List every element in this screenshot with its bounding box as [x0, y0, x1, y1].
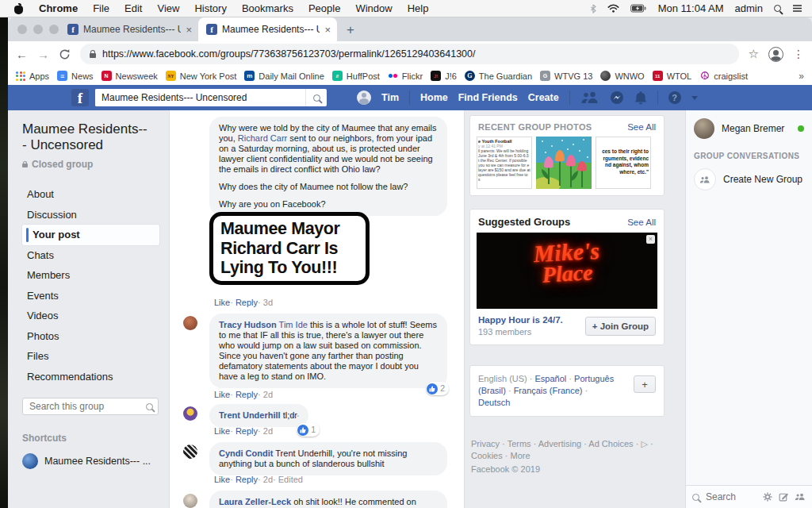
menubar-clock[interactable]: Mon 11:04 AM	[658, 2, 724, 14]
menubar-user[interactable]: admin	[735, 2, 763, 14]
add-language-button[interactable]: +	[634, 375, 656, 393]
group-photo-thumbnail-tulips[interactable]	[536, 137, 592, 189]
contacts-people-icon[interactable]	[795, 493, 806, 501]
contact-row[interactable]: Megan Bremer	[686, 110, 812, 139]
post-image-sign[interactable]: Maumee Mayor Richard Carr Is Lying To Yo…	[209, 212, 370, 285]
footer-privacy-link[interactable]: Privacy	[471, 439, 500, 448]
footer-more-link[interactable]: More	[503, 451, 530, 460]
commenter-name-link[interactable]: Laura Zeller-Leck	[219, 497, 291, 506]
language-current[interactable]: English (US)	[478, 374, 527, 383]
bookmark-huffpost[interactable]: // HuffPost	[332, 71, 380, 81]
reply-button[interactable]: Reply	[230, 390, 258, 399]
bookmark-apps[interactable]: Apps	[16, 71, 49, 81]
bookmark-daily-mail[interactable]: m Daily Mail Online	[244, 71, 324, 81]
reply-button[interactable]: Reply	[230, 475, 258, 484]
sidebar-item-events[interactable]: Events	[22, 286, 165, 306]
reload-icon[interactable]	[59, 48, 71, 60]
menu-window[interactable]: Window	[355, 2, 392, 14]
menu-bookmarks[interactable]: Bookmarks	[242, 2, 293, 14]
language-link[interactable]: Français (France)	[506, 386, 583, 395]
tab-close-icon[interactable]: ×	[186, 24, 192, 36]
url-field[interactable]: https://www.facebook.com/groups/77363875…	[80, 44, 739, 64]
menu-app-name[interactable]: Chrome	[39, 2, 78, 14]
bookmark-wnwo[interactable]: WNWO	[600, 71, 644, 81]
bookmark-j16[interactable]: J! J!6	[431, 71, 457, 81]
window-close-button[interactable]	[17, 25, 27, 34]
bookmark-guardian[interactable]: G The Guardian	[465, 71, 532, 81]
language-link[interactable]: Español	[527, 374, 567, 383]
profile-link[interactable]: Tim	[381, 92, 399, 103]
menu-people[interactable]: People	[308, 2, 340, 14]
account-caret-icon[interactable]	[691, 96, 698, 100]
bookmark-newsweek[interactable]: N Newsweek	[102, 71, 158, 81]
group-photo-thumbnail[interactable]: ces to their right to rguments, evidenc …	[596, 137, 651, 189]
bookmark-star-icon[interactable]: ☆	[749, 47, 759, 61]
messenger-icon[interactable]	[610, 90, 624, 105]
bookmark-wtol[interactable]: 11 WTOL	[653, 71, 692, 81]
join-group-button[interactable]: + Join Group	[585, 317, 656, 336]
group-title[interactable]: Maumee Residents--- Uncensored	[22, 121, 149, 152]
nav-home[interactable]: Home	[420, 92, 448, 103]
notification-center-icon[interactable]	[792, 4, 802, 13]
commenter-avatar[interactable]	[183, 406, 197, 421]
tab-2-active[interactable]: f Maumee Residents--- Uncenso ×	[198, 17, 337, 41]
commenter-avatar[interactable]	[183, 316, 197, 330]
user-avatar[interactable]	[357, 90, 371, 105]
menu-view[interactable]: View	[157, 2, 179, 14]
commenter-name-link[interactable]: Cyndi Condit	[219, 448, 273, 458]
bookmark-news[interactable]: ≡ News	[57, 71, 94, 81]
sidebar-item-videos[interactable]: Videos	[22, 306, 165, 326]
help-icon[interactable]: ?	[668, 91, 681, 104]
like-button[interactable]: Like	[214, 298, 230, 307]
bookmark-craigslist[interactable]: ☮ craigslist	[699, 71, 748, 81]
menu-file[interactable]: File	[93, 2, 109, 14]
dismiss-suggestion-icon[interactable]: ×	[646, 235, 655, 244]
create-new-group-button[interactable]: Create New Group	[686, 160, 812, 190]
sidebar-item-about[interactable]: About	[22, 184, 165, 205]
sidebar-item-photos[interactable]: Photos	[22, 326, 165, 347]
menu-history[interactable]: History	[194, 2, 226, 14]
bookmark-flickr[interactable]: Flickr	[388, 71, 423, 81]
mention-link[interactable]: Tim Ide	[279, 320, 308, 329]
reaction-count-badge[interactable]: 2	[426, 382, 449, 395]
tab-1[interactable]: f Maumee Residents--- Uncenso ×	[59, 17, 198, 41]
apple-icon[interactable]	[14, 3, 24, 14]
notifications-bell-icon[interactable]	[634, 91, 647, 105]
menu-help[interactable]: Help	[408, 2, 429, 14]
browser-profile-icon[interactable]	[768, 47, 783, 62]
window-controls[interactable]	[17, 25, 59, 34]
see-all-link[interactable]: See All	[627, 122, 656, 132]
bluetooth-icon[interactable]	[590, 4, 596, 13]
battery-icon[interactable]	[630, 4, 647, 13]
nav-find-friends[interactable]: Find Friends	[458, 92, 518, 103]
bookmarks-overflow-icon[interactable]: »	[799, 71, 804, 82]
chat-settings-gear-icon[interactable]	[763, 492, 772, 502]
bookmark-new-york-post[interactable]: NY New York Post	[166, 71, 237, 81]
like-button[interactable]: Like	[214, 426, 230, 436]
sidebar-item-recommendations[interactable]: Recommendations	[22, 367, 165, 387]
reply-button[interactable]: Reply	[230, 426, 258, 436]
nav-create[interactable]: Create	[528, 92, 559, 103]
suggested-group-name-link[interactable]: Happy Hour is 24/7.	[478, 315, 563, 325]
mention-link[interactable]: Richard Carr	[238, 133, 287, 143]
commenter-avatar[interactable]	[183, 444, 197, 459]
new-message-compose-icon[interactable]	[779, 492, 788, 502]
wifi-icon[interactable]	[607, 4, 619, 13]
menu-edit[interactable]: Edit	[124, 2, 142, 14]
new-tab-button[interactable]: +	[347, 22, 354, 41]
reaction-count-badge[interactable]: 1	[297, 423, 320, 437]
group-search-input[interactable]	[28, 400, 141, 413]
like-button[interactable]: Like	[214, 390, 230, 399]
facebook-logo-icon[interactable]: f	[71, 89, 89, 106]
friend-requests-icon[interactable]	[580, 91, 599, 104]
forward-icon[interactable]: →	[37, 48, 49, 61]
facebook-search-input[interactable]	[95, 89, 305, 106]
suggested-group-cover-photo[interactable]: Mike's Place ×	[477, 233, 657, 309]
comment-more-options-icon[interactable]: …	[290, 408, 301, 419]
bookmark-wtvg[interactable]: G WTVG 13	[540, 71, 592, 81]
sidebar-item-discussion[interactable]: Discussion	[22, 205, 165, 225]
back-icon[interactable]: ←	[16, 48, 28, 61]
spotlight-search-icon[interactable]	[774, 5, 781, 12]
browser-menu-icon[interactable]: ⋮	[793, 48, 804, 60]
commenter-avatar[interactable]	[183, 494, 197, 508]
